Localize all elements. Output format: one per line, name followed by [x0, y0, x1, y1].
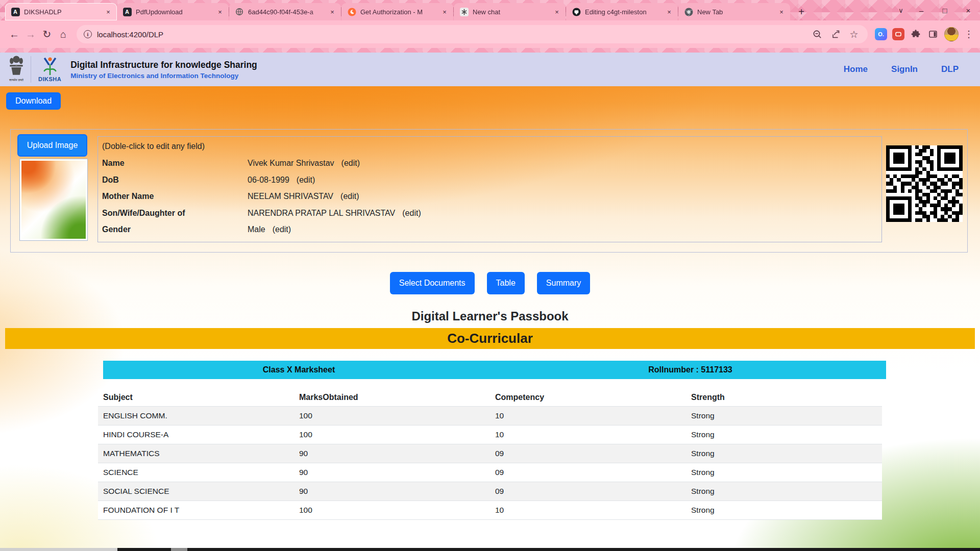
scrollbar-thumb[interactable] [171, 548, 187, 551]
back-icon[interactable]: ← [6, 26, 22, 42]
home-icon[interactable]: ⌂ [55, 26, 71, 42]
field-label: Name [102, 159, 248, 168]
cell-marks: 100 [294, 407, 490, 425]
field-value[interactable]: NEELAM SHRIVASTAV [248, 192, 333, 201]
tab-close-icon[interactable]: × [665, 7, 674, 16]
field-value[interactable]: Male [248, 225, 265, 234]
upload-image-button[interactable]: Upload Image [17, 134, 87, 157]
browser-toolbar: ← → ↻ ⌂ i localhost:4200/DLP ☆ O. [0, 20, 980, 48]
tab-close-icon[interactable]: × [552, 7, 561, 16]
app-title: Digital Infrastructure for knowledge Sha… [70, 60, 257, 70]
browser-window: A DIKSHADLP × A PdfUpdownload × 6ad44c90… [0, 0, 980, 551]
header-divider [31, 56, 31, 83]
table-row: MATHEMATICS 90 09 Strong [98, 444, 882, 463]
profile-card: Upload Image (Doble-click to edit any fi… [10, 129, 968, 253]
col-competency: Competency [490, 389, 686, 407]
theme-strip [0, 48, 980, 53]
cell-strength: Strong [686, 425, 882, 444]
tab-close-icon[interactable]: × [440, 7, 449, 16]
new-tab-button[interactable]: + [794, 5, 808, 19]
angular-icon: A [11, 7, 20, 16]
tab-close-icon[interactable]: × [777, 7, 786, 16]
table-header-row: Subject MarksObtained Competency Strengt… [98, 389, 882, 407]
download-button[interactable]: Download [6, 92, 61, 110]
summary-button[interactable]: Summary [537, 272, 590, 294]
cell-competency: 10 [490, 501, 686, 520]
extension-monica-icon[interactable]: O. [875, 28, 887, 40]
col-strength: Strength [686, 389, 882, 407]
tricolor-photo-placeholder [21, 161, 86, 239]
marksheet-header-bar: Class X Marksheet Rollnumber : 5117133 [103, 361, 886, 379]
extension-video-icon[interactable] [892, 28, 904, 40]
tab-close-icon[interactable]: × [328, 7, 337, 16]
forward-icon[interactable]: → [22, 26, 39, 42]
edit-link[interactable]: (edit) [402, 209, 421, 218]
horizontal-scrollbar[interactable] [0, 548, 980, 551]
close-button[interactable]: × [957, 0, 980, 20]
extensions-puzzle-icon[interactable] [910, 28, 922, 40]
bookmark-star-icon[interactable]: ☆ [847, 28, 861, 41]
chrome-icon [684, 7, 693, 16]
field-row-name: Name Vivek Kumar Shrivastav (edit) [102, 155, 876, 172]
cell-subject: HINDI COURSE-A [98, 425, 294, 444]
edit-link[interactable]: (edit) [273, 225, 291, 234]
tab-new-chat[interactable]: New chat × [454, 3, 566, 20]
select-documents-button[interactable]: Select Documents [390, 272, 475, 294]
zoom-out-icon[interactable] [811, 28, 824, 41]
edit-link[interactable]: (edit) [341, 159, 360, 168]
cell-marks: 90 [294, 444, 490, 463]
cell-competency: 10 [490, 425, 686, 444]
field-label: DoB [102, 176, 248, 185]
tab-editing-c4gt[interactable]: Editing c4gt-mileston × [566, 3, 678, 20]
site-info-icon[interactable]: i [84, 30, 92, 38]
tab-new-tab[interactable]: New Tab × [678, 3, 790, 20]
col-subject: Subject [98, 389, 294, 407]
edit-hint: (Doble-click to edit any field) [102, 142, 876, 151]
share-icon[interactable] [829, 28, 842, 41]
cell-subject: SCIENCE [98, 463, 294, 482]
col-marks: MarksObtained [294, 389, 490, 407]
cell-strength: Strong [686, 463, 882, 482]
page-content: सत्यमेव जयते DIKSHA Digital Infrastructu… [0, 53, 980, 551]
maximize-button[interactable]: □ [933, 0, 957, 20]
field-label: Son/Wife/Daughter of [102, 209, 248, 218]
address-bar[interactable]: i localhost:4200/DLP ☆ [77, 25, 868, 43]
tab-title: New Tab [697, 8, 773, 16]
reload-icon[interactable]: ↻ [39, 26, 55, 42]
edit-link[interactable]: (edit) [340, 192, 359, 201]
field-value[interactable]: NARENDRA PRATAP LAL SHRIVASTAV [248, 209, 395, 218]
tab-strip: A DIKSHADLP × A PdfUpdownload × 6ad44c90… [0, 0, 980, 20]
tab-search-chevron-icon[interactable]: ∨ [892, 7, 910, 14]
github-icon [572, 7, 581, 16]
tab-dikshadlp[interactable]: A DIKSHADLP × [5, 3, 117, 20]
tab-title: Get Authorization - M [360, 8, 436, 16]
tab-close-icon[interactable]: × [215, 7, 225, 16]
nav-signin-link[interactable]: SignIn [891, 64, 918, 74]
table-row: HINDI COURSE-A 100 10 Strong [98, 425, 882, 444]
field-row-mother-name: Mother Name NEELAM SHRIVASTAV (edit) [102, 188, 876, 205]
tab-close-icon[interactable]: × [104, 7, 113, 16]
cell-subject: ENGLISH COMM. [98, 407, 294, 425]
table-row: FOUNDATION OF I T 100 10 Strong [98, 501, 882, 520]
edit-link[interactable]: (edit) [297, 176, 315, 185]
tab-pdfupdownload[interactable]: A PdfUpdownload × [117, 3, 229, 20]
tab-uuid-page[interactable]: 6ad44c90-f04f-453e-a × [229, 3, 341, 20]
field-value[interactable]: 06-08-1999 [248, 176, 289, 185]
profile-photo[interactable] [19, 159, 88, 241]
header-titles: Digital Infrastructure for knowledge Sha… [70, 60, 257, 80]
table-button[interactable]: Table [487, 272, 525, 294]
url-text[interactable]: localhost:4200/DLP [97, 30, 805, 39]
globe-icon [235, 7, 244, 16]
browser-menu-icon[interactable]: ⋮ [964, 29, 974, 40]
minimize-button[interactable]: – [910, 0, 933, 20]
passbook-title: Digital Learner's Passbook [0, 309, 980, 323]
nav-home-link[interactable]: Home [844, 64, 868, 74]
tab-title: 6ad44c90-f04f-453e-a [248, 8, 324, 16]
field-value[interactable]: Vivek Kumar Shrivastav [248, 159, 334, 168]
tab-get-authorization[interactable]: Get Authorization - M × [341, 3, 453, 20]
india-emblem-logo: सत्यमेव जयते [8, 54, 24, 85]
nav-dlp-link[interactable]: DLP [941, 64, 959, 74]
profile-avatar[interactable] [944, 27, 959, 41]
side-panel-icon[interactable] [927, 28, 939, 40]
qr-code [886, 145, 963, 226]
